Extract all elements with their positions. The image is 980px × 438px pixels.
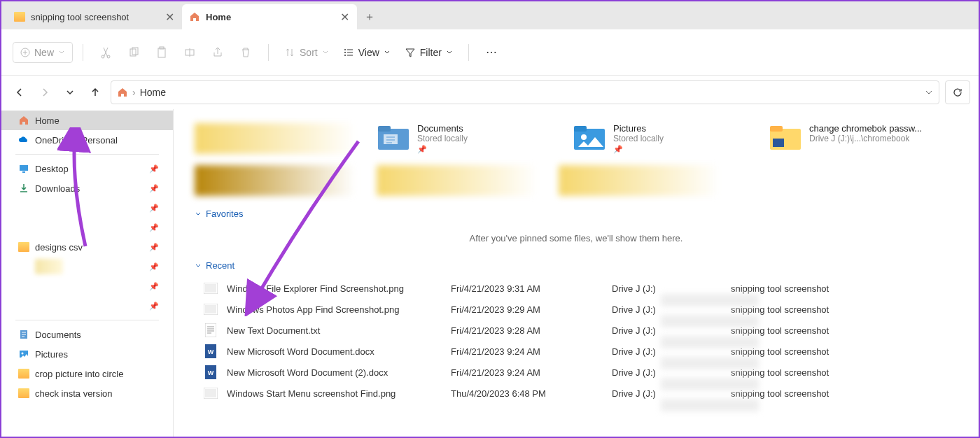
tile-blurred[interactable]: [559, 165, 720, 196]
tile-blurred[interactable]: [377, 165, 538, 196]
pin-icon: 📌: [149, 164, 159, 174]
sidebar-item-crop[interactable]: crop picture into circle: [1, 364, 173, 383]
tile-subtitle: Stored locally: [613, 134, 664, 143]
separator: [15, 154, 159, 155]
pictures-icon: [18, 348, 29, 360]
tile-chromebook[interactable]: change chromebok passw... Drive J (J:)\j…: [769, 123, 944, 154]
sidebar-item-desktop[interactable]: Desktop 📌: [1, 159, 173, 178]
chevron-down-icon: [58, 49, 65, 56]
tab-snipping[interactable]: snipping tool screenshot ✕: [7, 4, 182, 29]
recent-row[interactable]: New Text Document.txtFri/4/21/2023 9:28 …: [195, 320, 958, 341]
pin-icon: 📌: [149, 282, 159, 291]
section-recent[interactable]: Recent: [195, 260, 958, 271]
recent-row[interactable]: WNew Microsoft Word Document (2).docxFri…: [195, 362, 958, 383]
tile-blurred[interactable]: [195, 165, 356, 196]
recent-row[interactable]: Windows Start Menu screenshot Find.pngTh…: [195, 383, 958, 404]
separator: [15, 320, 159, 320]
file-icon: [195, 304, 227, 315]
view-button[interactable]: View: [337, 43, 396, 62]
file-icon: [195, 323, 227, 337]
rename-icon[interactable]: [177, 40, 202, 65]
svg-text:W: W: [208, 348, 214, 355]
sidebar-item-pictures[interactable]: Pictures: [1, 344, 173, 364]
svg-rect-20: [574, 126, 587, 132]
sidebar-item-blurred[interactable]: 📌: [1, 296, 173, 316]
window-tabs: snipping tool screenshot ✕ Home ✕ ＋: [1, 1, 979, 29]
quick-access-row: Documents Stored locally 📌 Pictures Stor…: [195, 123, 958, 154]
sidebar-item-onedrive[interactable]: OneDrive - Personal: [1, 130, 173, 150]
main-content: Documents Stored locally 📌 Pictures Stor…: [174, 109, 979, 437]
sidebar-item-label: Documents: [35, 330, 81, 340]
sidebar-item-blurred[interactable]: 📌: [1, 276, 173, 296]
sidebar-item-label: Pictures: [35, 349, 68, 360]
recent-row[interactable]: Windows Photos App Find Screenshot.pngFr…: [195, 299, 958, 320]
file-location: Drive J (J:): [612, 367, 717, 378]
sidebar-item-designs[interactable]: designs csv 📌: [1, 237, 173, 257]
section-favorites[interactable]: Favorites: [195, 209, 958, 219]
download-icon: [18, 183, 29, 194]
folder-icon: [14, 11, 25, 22]
refresh-button[interactable]: [945, 80, 970, 104]
svg-rect-11: [20, 165, 28, 171]
close-icon[interactable]: ✕: [164, 11, 175, 22]
pin-icon: 📌: [149, 243, 159, 252]
svg-rect-29: [205, 323, 216, 337]
up-button[interactable]: [85, 83, 105, 102]
recent-row[interactable]: WNew Microsoft Word Document.docxFri/4/2…: [195, 341, 958, 362]
sidebar-item-home[interactable]: Home: [1, 111, 173, 130]
copy-icon[interactable]: [121, 40, 146, 65]
chevron-down-icon: [195, 262, 202, 269]
address-bar[interactable]: › Home: [111, 80, 939, 104]
sort-label: Sort: [300, 47, 318, 58]
view-label: View: [358, 47, 379, 58]
section-label: Favorites: [206, 209, 243, 219]
cut-icon[interactable]: [93, 40, 118, 65]
new-button[interactable]: New: [13, 42, 73, 63]
sidebar-item-blurred[interactable]: 📌: [1, 198, 173, 218]
svg-rect-17: [378, 126, 391, 132]
back-button[interactable]: [10, 83, 29, 102]
folder-icon: [18, 242, 29, 252]
delete-icon[interactable]: [233, 40, 258, 65]
svg-rect-5: [158, 48, 165, 57]
recent-list: Windows File Explorer Find Screenshot.pn…: [195, 278, 958, 404]
sidebar-item-label: check insta version: [35, 388, 113, 399]
recent-row[interactable]: Windows File Explorer Find Screenshot.pn…: [195, 278, 958, 299]
filter-label: Filter: [420, 47, 442, 58]
chevron-down-icon[interactable]: [925, 88, 933, 97]
forward-button[interactable]: [35, 83, 55, 102]
sidebar-item-blurred[interactable]: 📌: [1, 257, 173, 276]
file-name: New Text Document.txt: [227, 325, 451, 336]
tile-blurred[interactable]: [195, 123, 356, 154]
close-icon[interactable]: ✕: [339, 11, 350, 22]
filter-button[interactable]: Filter: [399, 43, 458, 62]
tile-subtitle: Drive J (J:)\j...\chromebook: [809, 134, 922, 143]
new-tab-button[interactable]: ＋: [357, 4, 382, 29]
sidebar-item-insta[interactable]: check insta version: [1, 383, 173, 403]
new-label: New: [34, 47, 54, 58]
sidebar-item-blurred[interactable]: 📌: [1, 218, 173, 237]
file-name: New Microsoft Word Document.docx: [227, 346, 451, 357]
pin-icon: 📌: [149, 262, 159, 271]
file-date: Fri/4/21/2023 9:28 AM: [451, 325, 612, 336]
tile-pictures[interactable]: Pictures Stored locally 📌: [573, 123, 748, 154]
paste-icon[interactable]: [149, 40, 174, 65]
svg-rect-24: [773, 139, 784, 147]
sidebar-item-documents[interactable]: Documents: [1, 325, 173, 344]
chevron-down-icon: [446, 49, 453, 56]
more-icon[interactable]: ⋯: [479, 40, 504, 65]
folder-icon: [18, 369, 29, 379]
tab-home[interactable]: Home ✕: [182, 4, 357, 29]
pin-icon: 📌: [149, 204, 159, 213]
sort-button[interactable]: Sort: [279, 43, 335, 62]
recent-locations-button[interactable]: [60, 83, 80, 102]
tab-title: Home: [206, 12, 333, 22]
share-icon[interactable]: [205, 40, 230, 65]
tile-documents[interactable]: Documents Stored locally 📌: [377, 123, 552, 154]
svg-point-8: [344, 49, 346, 50]
sidebar-item-downloads[interactable]: Downloads 📌: [1, 178, 173, 198]
file-name: Windows Photos App Find Screenshot.png: [227, 304, 451, 315]
file-icon: W: [195, 344, 227, 358]
sidebar-item-label: designs csv: [35, 242, 83, 253]
file-location: Drive J (J:): [612, 283, 717, 294]
